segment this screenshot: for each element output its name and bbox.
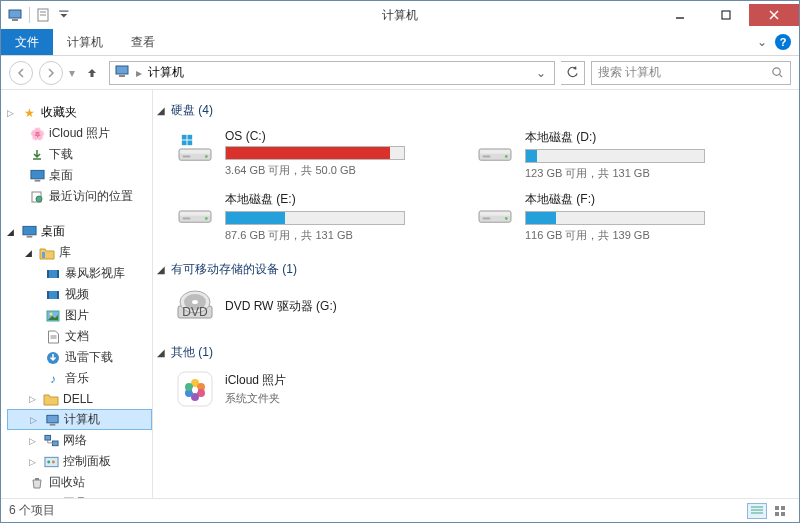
svg-rect-0 bbox=[9, 10, 21, 18]
status-text: 6 个项目 bbox=[9, 502, 55, 519]
history-dropdown-icon[interactable]: ▾ bbox=[69, 66, 75, 80]
svg-rect-20 bbox=[26, 235, 32, 237]
svg-point-61 bbox=[505, 217, 508, 220]
photos-icon: 🌸 bbox=[29, 126, 45, 142]
svg-rect-24 bbox=[57, 270, 59, 278]
drive-label: 本地磁盘 (D:) bbox=[525, 129, 745, 146]
nav-desktop-header[interactable]: ◢ 桌面 bbox=[7, 221, 152, 242]
back-button[interactable] bbox=[9, 61, 33, 85]
search-placeholder: 搜索 计算机 bbox=[598, 64, 771, 81]
close-button[interactable] bbox=[749, 4, 799, 26]
dvd-drive-label: DVD RW 驱动器 (G:) bbox=[225, 298, 337, 315]
drive-item[interactable]: 本地磁盘 (D:)123 GB 可用，共 131 GB bbox=[475, 129, 745, 181]
nav-lib-music[interactable]: ♪音乐 bbox=[7, 368, 152, 389]
svg-rect-79 bbox=[775, 506, 779, 510]
svg-rect-81 bbox=[775, 512, 779, 516]
group-drives-header[interactable]: ◢硬盘 (4) bbox=[157, 98, 791, 123]
computer-icon bbox=[7, 7, 23, 23]
search-icon bbox=[771, 66, 784, 79]
svg-rect-1 bbox=[12, 19, 18, 21]
computer-icon bbox=[44, 412, 60, 428]
group-other-header[interactable]: ◢其他 (1) bbox=[157, 340, 791, 365]
properties-icon[interactable] bbox=[36, 7, 52, 23]
nav-control-panel[interactable]: ▷控制面板 bbox=[7, 451, 152, 472]
drive-icon bbox=[175, 191, 215, 229]
drive-label: 本地磁盘 (E:) bbox=[225, 191, 445, 208]
forward-button[interactable] bbox=[39, 61, 63, 85]
dvd-drive-item[interactable]: DVD DVD RW 驱动器 (G:) bbox=[157, 282, 791, 330]
collapse-icon: ◢ bbox=[157, 105, 165, 116]
nav-lib-xunlei[interactable]: 迅雷下载 bbox=[7, 347, 152, 368]
drive-stats: 87.6 GB 可用，共 131 GB bbox=[225, 228, 445, 243]
svg-point-18 bbox=[36, 196, 42, 202]
control-panel-icon bbox=[43, 454, 59, 470]
tab-computer[interactable]: 计算机 bbox=[53, 29, 117, 55]
svg-rect-82 bbox=[781, 512, 785, 516]
document-icon bbox=[45, 329, 61, 345]
status-bar: 6 个项目 bbox=[1, 498, 799, 522]
help-icon[interactable]: ? bbox=[775, 34, 791, 50]
svg-rect-42 bbox=[35, 478, 39, 480]
drive-item[interactable]: 本地磁盘 (F:)116 GB 可用，共 139 GB bbox=[475, 191, 745, 243]
nav-lib-pictures[interactable]: 图片 bbox=[7, 305, 152, 326]
nav-computer[interactable]: ▷计算机 bbox=[7, 409, 152, 430]
titlebar: 计算机 bbox=[1, 1, 799, 29]
nav-favorites-header[interactable]: ▷ ★ 收藏夹 bbox=[7, 102, 152, 123]
svg-rect-58 bbox=[183, 218, 191, 220]
pictures-icon bbox=[45, 308, 61, 324]
chevron-right-icon: ▸ bbox=[136, 66, 142, 80]
group-removable-header[interactable]: ◢有可移动存储的设备 (1) bbox=[157, 257, 791, 282]
up-button[interactable] bbox=[81, 62, 103, 84]
svg-rect-27 bbox=[57, 291, 59, 299]
svg-rect-80 bbox=[781, 506, 785, 510]
address-bar[interactable]: ▸ 计算机 ⌄ bbox=[109, 61, 555, 85]
video-icon bbox=[45, 287, 61, 303]
svg-rect-33 bbox=[46, 415, 57, 423]
icloud-photos-label: iCloud 照片 bbox=[225, 372, 286, 389]
drive-item[interactable]: OS (C:)3.64 GB 可用，共 50.0 GB bbox=[175, 129, 445, 181]
drive-item[interactable]: 本地磁盘 (E:)87.6 GB 可用，共 131 GB bbox=[175, 191, 445, 243]
nav-recycle-bin[interactable]: 回收站 bbox=[7, 472, 152, 493]
icloud-photos-item[interactable]: iCloud 照片 系统文件夹 bbox=[157, 365, 791, 413]
svg-point-41 bbox=[51, 460, 54, 463]
nav-desktop-fav[interactable]: 桌面 bbox=[7, 165, 152, 186]
nav-lib-documents[interactable]: 文档 bbox=[7, 326, 152, 347]
address-dropdown-icon[interactable]: ⌄ bbox=[532, 66, 550, 80]
svg-point-66 bbox=[192, 300, 198, 304]
address-row: ▾ ▸ 计算机 ⌄ 搜索 计算机 bbox=[1, 56, 799, 90]
svg-rect-60 bbox=[480, 212, 510, 216]
details-view-button[interactable] bbox=[747, 503, 767, 519]
svg-rect-26 bbox=[47, 291, 49, 299]
nav-library-header[interactable]: ◢库 bbox=[7, 242, 152, 263]
minimize-button[interactable] bbox=[657, 4, 703, 26]
search-input[interactable]: 搜索 计算机 bbox=[591, 61, 791, 85]
nav-recent[interactable]: 最近访问的位置 bbox=[7, 186, 152, 207]
nav-network[interactable]: ▷网络 bbox=[7, 430, 152, 451]
drive-usage-bar bbox=[525, 149, 705, 163]
tab-file[interactable]: 文件 bbox=[1, 29, 53, 55]
svg-rect-62 bbox=[483, 218, 491, 220]
nav-dell[interactable]: ▷DELL bbox=[7, 389, 152, 409]
svg-line-13 bbox=[779, 74, 782, 77]
refresh-button[interactable] bbox=[561, 61, 585, 85]
qat-dropdown-icon[interactable] bbox=[58, 7, 72, 23]
nav-lib-videos[interactable]: 视频 bbox=[7, 284, 152, 305]
svg-rect-21 bbox=[42, 252, 45, 258]
recycle-icon bbox=[29, 475, 45, 491]
nav-lib-baofeng[interactable]: 暴风影视库 bbox=[7, 263, 152, 284]
nav-downloads[interactable]: 下载 bbox=[7, 144, 152, 165]
navigation-pane[interactable]: ▷ ★ 收藏夹 🌸iCloud 照片 下载 桌面 最近访问的位置 ◢ 桌面 ◢库… bbox=[1, 90, 153, 498]
expand-ribbon-icon[interactable]: ⌄ bbox=[757, 35, 767, 49]
breadcrumb-location[interactable]: 计算机 bbox=[148, 64, 184, 81]
maximize-button[interactable] bbox=[703, 4, 749, 26]
drive-usage-bar bbox=[525, 211, 705, 225]
nav-icloud-photos[interactable]: 🌸iCloud 照片 bbox=[7, 123, 152, 144]
tab-view[interactable]: 查看 bbox=[117, 29, 169, 55]
svg-rect-43 bbox=[182, 135, 187, 140]
icons-view-button[interactable] bbox=[771, 503, 791, 519]
svg-point-57 bbox=[205, 217, 208, 220]
drive-icon bbox=[475, 129, 515, 167]
content-pane[interactable]: ◢硬盘 (4) OS (C:)3.64 GB 可用，共 50.0 GB本地磁盘 … bbox=[153, 90, 799, 498]
folder-icon bbox=[43, 391, 59, 407]
window-title: 计算机 bbox=[382, 7, 418, 24]
